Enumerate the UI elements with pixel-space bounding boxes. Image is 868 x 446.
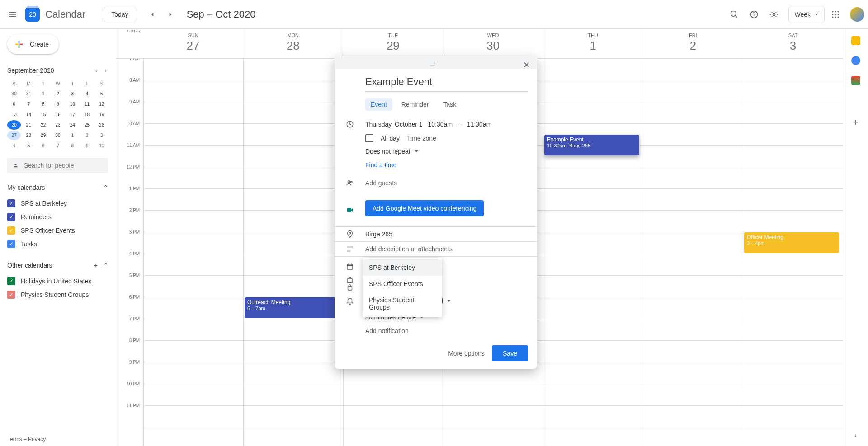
mini-cal-day[interactable]: 5 [22, 141, 35, 150]
mini-cal-day[interactable]: 14 [22, 110, 35, 119]
account-avatar[interactable] [850, 7, 864, 22]
mini-cal-day[interactable]: 2 [80, 131, 94, 140]
calendar-option[interactable]: Physics Student Groups [363, 292, 442, 315]
mini-cal-day[interactable]: 27 [7, 131, 21, 140]
mini-cal-day[interactable]: 30 [51, 131, 65, 140]
add-meet-button[interactable]: Add Google Meet video conferencing [365, 200, 484, 216]
prev-week-button[interactable] [143, 5, 161, 23]
event-start-time[interactable]: 10:30am [428, 121, 453, 128]
mini-cal-day[interactable]: 25 [80, 120, 94, 130]
calendar-checkbox[interactable]: ✓ [7, 277, 15, 285]
mini-cal-day[interactable]: 7 [51, 141, 65, 150]
day-header[interactable]: THU1 [543, 29, 643, 58]
mini-cal-day[interactable]: 24 [66, 120, 79, 130]
day-column[interactable]: Officer Meeting3 – 4pm [743, 59, 843, 446]
today-button[interactable]: Today [104, 7, 136, 22]
add-calendar-button[interactable]: + [94, 262, 98, 269]
mini-cal-day[interactable]: 1 [37, 89, 50, 99]
day-header[interactable]: FRI2 [643, 29, 743, 58]
calendar-checkbox[interactable]: ✓ [7, 240, 15, 248]
timezone-link[interactable]: Time zone [407, 135, 436, 142]
guests-input[interactable] [365, 176, 528, 190]
calendar-item[interactable]: ✓Holidays in United States [7, 274, 108, 288]
save-button[interactable]: Save [492, 345, 528, 361]
day-column[interactable]: Example Event10:30am, Birge 265 [543, 59, 643, 446]
mini-cal-prev[interactable]: ‹ [94, 65, 99, 76]
add-notification-link[interactable]: Add notification [365, 324, 528, 338]
popup-tab-task[interactable]: Task [438, 98, 462, 111]
other-calendars-toggle[interactable]: Other calendars + ⌃ [7, 260, 108, 271]
mini-cal-day[interactable]: 11 [80, 99, 94, 109]
mini-cal-day[interactable]: 6 [7, 99, 21, 109]
mini-cal-day[interactable]: 8 [66, 141, 79, 150]
day-header[interactable]: TUE29 [343, 29, 443, 58]
view-selector[interactable]: Week [788, 7, 825, 22]
create-button[interactable]: Create [7, 34, 59, 54]
search-people-input[interactable] [24, 162, 103, 169]
day-column[interactable] [643, 59, 743, 446]
day-header[interactable]: WED30 [443, 29, 542, 58]
mini-cal-day[interactable]: 4 [7, 141, 21, 150]
popup-drag-handle[interactable]: ═ ✕ [335, 56, 537, 69]
help-button[interactable]: ? [745, 5, 763, 23]
more-options-link[interactable]: More options [448, 350, 485, 357]
mini-cal-day[interactable]: 13 [7, 110, 21, 119]
mini-cal-day[interactable]: 18 [80, 110, 94, 119]
mini-cal-day[interactable]: 7 [22, 99, 35, 109]
search-button[interactable] [725, 5, 743, 23]
calendar-item[interactable]: ✓SPS at Berkeley [7, 197, 108, 210]
settings-button[interactable] [765, 5, 783, 23]
mini-cal-day[interactable]: 8 [37, 99, 50, 109]
mini-cal-day[interactable]: 21 [22, 120, 35, 130]
mini-cal-day[interactable]: 15 [37, 110, 50, 119]
all-day-checkbox[interactable] [365, 134, 373, 142]
calendar-option[interactable]: SPS Officer Events [363, 276, 442, 292]
my-calendars-toggle[interactable]: My calendars ⌃ [7, 182, 108, 193]
event-end-time[interactable]: 11:30am [467, 121, 491, 128]
next-week-button[interactable] [161, 5, 179, 23]
calendar-option[interactable]: SPS at Berkeley [363, 259, 442, 276]
mini-cal-next[interactable]: › [103, 65, 108, 76]
mini-cal-day[interactable]: 5 [95, 89, 108, 99]
mini-cal-day[interactable]: 31 [22, 89, 35, 99]
mini-cal-day[interactable]: 26 [95, 120, 108, 130]
mini-cal-day[interactable]: 12 [95, 99, 108, 109]
event-date[interactable]: Thursday, October 1 [365, 121, 423, 128]
calendar-checkbox[interactable]: ✓ [7, 226, 15, 235]
mini-cal-day[interactable]: 30 [7, 89, 21, 99]
footer-links[interactable]: Terms – Privacy [7, 436, 46, 442]
mini-cal-day[interactable]: 9 [51, 99, 65, 109]
day-column[interactable] [143, 59, 243, 446]
mini-cal-day[interactable]: 6 [37, 141, 50, 150]
mini-cal-day[interactable]: 19 [95, 110, 108, 119]
calendar-item[interactable]: ✓Reminders [7, 210, 108, 224]
mini-cal-day[interactable]: 16 [51, 110, 65, 119]
mini-cal-day[interactable]: 3 [95, 131, 108, 140]
calendar-selector[interactable]: SPS at Berkeley SPS at BerkeleySPS Offic… [365, 260, 439, 273]
mini-cal-day[interactable]: 29 [37, 131, 50, 140]
apps-button[interactable] [826, 5, 844, 23]
day-header[interactable]: MON28 [243, 29, 343, 58]
main-menu-button[interactable] [4, 5, 22, 23]
add-addon-button[interactable]: + [853, 117, 859, 128]
day-column[interactable]: Outreach Meeting6 – 7pm [243, 59, 343, 446]
popup-tab-event[interactable]: Event [365, 98, 392, 111]
mini-cal-day[interactable]: 17 [66, 110, 79, 119]
mini-cal-day[interactable]: 10 [66, 99, 79, 109]
collapse-panel-button[interactable]: › [854, 432, 857, 439]
keep-icon[interactable] [851, 36, 860, 45]
day-header[interactable]: SAT3 [743, 29, 843, 58]
popup-tab-reminder[interactable]: Reminder [396, 98, 434, 111]
maps-icon[interactable] [851, 76, 860, 85]
mini-cal-day[interactable]: 23 [51, 120, 65, 130]
mini-cal-day[interactable]: 22 [37, 120, 50, 130]
calendar-event[interactable]: Example Event10:30am, Birge 265 [544, 135, 639, 155]
location-value[interactable]: Birge 265 [365, 230, 392, 238]
description-placeholder[interactable]: Add description or attachments [365, 245, 453, 253]
calendar-checkbox[interactable]: ✓ [7, 199, 15, 207]
mini-cal-day[interactable]: 3 [66, 89, 79, 99]
mini-cal-day[interactable]: 28 [22, 131, 35, 140]
calendar-item[interactable]: ✓Tasks [7, 237, 108, 251]
mini-cal-day[interactable]: 9 [80, 141, 94, 150]
calendar-event[interactable]: Officer Meeting3 – 4pm [744, 232, 839, 253]
